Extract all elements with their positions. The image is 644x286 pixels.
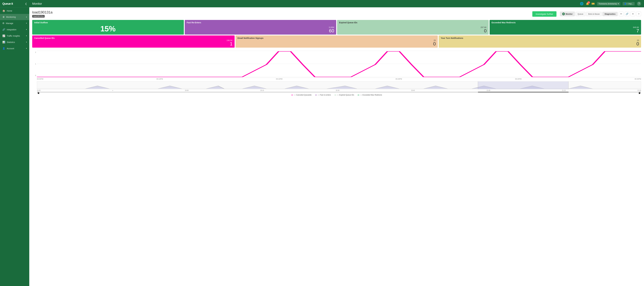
help-button[interactable]: ? [636, 12, 641, 16]
page-title: Monitor [32, 2, 42, 6]
metric-current-value: 0 [636, 42, 639, 46]
link-button[interactable]: 🔗 [625, 12, 629, 16]
metric-total: 297.8K [480, 26, 486, 29]
metric-values: 25 0 [238, 39, 436, 46]
scroll-right-arrow[interactable]: ▶ [639, 92, 641, 93]
main-area: Monitor 🌐 🔔 13 🎫 Ticketania (ticketania)… [29, 0, 644, 286]
tab-diagnostics[interactable]: Diagnostics [602, 12, 618, 16]
queue-info: load190131a load190131a [32, 10, 52, 18]
x-label-5: 09:25PM [515, 78, 522, 80]
monitor-dot: M [562, 13, 565, 15]
account-name: Ticketania (ticketania) [598, 3, 617, 5]
tab-bots-abuse[interactable]: Bots & Abuse [586, 12, 602, 16]
page-header-right: Investigate further M Monitor Queue Bots… [532, 11, 641, 17]
mini-x-4: 20:15 [260, 90, 264, 91]
top-header: Monitor 🌐 🔔 13 🎫 Ticketania (ticketania)… [29, 0, 644, 7]
chart-scrollbar[interactable]: ◀ ▶ [37, 92, 641, 93]
mini-chart-area [37, 81, 641, 89]
metric-values: 9.89M 60 [187, 26, 334, 33]
chevron-down-icon: ▾ [26, 22, 27, 24]
close-button[interactable]: ✕ [630, 12, 635, 16]
sidebar-item-statistics[interactable]: 📊 Statistics ▾ [0, 39, 29, 45]
logo-area: Queue·it ❮ [0, 0, 29, 8]
metric-total: 849.6K [633, 26, 639, 29]
main-chart-area: 0 1 2 09:05PM 09:10PM 09:15PM [32, 50, 641, 81]
metric-label: Cancelled Queue IDs [34, 37, 232, 39]
mini-x-1: 19:45 [37, 90, 40, 91]
metric-current-value: 0 [484, 29, 487, 33]
metric-label: Expired Queue IDs [339, 21, 487, 24]
user-icon: 👤 [2, 47, 5, 50]
sidebar-item-account[interactable]: 👤 Account ▾ [0, 45, 29, 52]
y-label-2: 2 [32, 52, 36, 53]
user-plus-icon: 👤+ [624, 3, 628, 5]
metric-values: 297.8K 0 [339, 26, 487, 33]
investigate-further-button[interactable]: Investigate further [532, 11, 556, 17]
metrics-row2: Cancelled Queue IDs 198.5K 1 Email Notif… [32, 36, 641, 48]
metric-email-notification-signups: Email Notification Signups 25 0 [236, 36, 438, 48]
metric-label: Your Turn Notifications [441, 37, 639, 39]
chevron-down-icon: ▾ [26, 29, 27, 31]
help-icon[interactable]: ? [637, 2, 641, 6]
mini-x-9: 21:30 [638, 90, 641, 91]
metric-values: 849.6K 7 [492, 26, 639, 33]
tab-queue[interactable]: Queue [575, 12, 586, 16]
tab-bots-label: Bots & Abuse [588, 13, 600, 15]
mini-x-6: 20:45 [411, 90, 415, 91]
chevron-down-icon: ▾ [26, 16, 27, 18]
metric-label: Initial Outflow [34, 21, 182, 24]
sidebar-item-label: Account [7, 47, 14, 50]
metric-total: 198.5K [226, 39, 232, 42]
metric-current-value: 60 [329, 29, 334, 33]
sidebar-item-label: Manage [6, 22, 13, 25]
page-header: load190131a load190131a Investigate furt… [32, 10, 641, 18]
x-label-6: 09:30PM [635, 78, 641, 80]
import-label: Imp... [628, 3, 633, 5]
metric-initial-outflow: Initial Outflow 15% [32, 20, 184, 35]
x-label-2: 09:10PM [156, 78, 163, 80]
metric-label: Exceeded Max Redirects [492, 21, 639, 24]
sidebar-item-home[interactable]: 🏠 Home [0, 8, 29, 14]
chart-canvas-wrapper: 09:05PM 09:10PM 09:15PM 09:20PM 09:25PM … [37, 50, 641, 81]
edit-button[interactable]: ✏ [619, 12, 624, 16]
queue-title: load190131a [32, 10, 52, 14]
y-label-0: 0 [32, 75, 36, 76]
metric-current-value: 7 [636, 29, 639, 33]
scrollbar-thumb[interactable] [478, 92, 568, 93]
sidebar-item-manage[interactable]: ⚙ Manage ▾ [0, 20, 29, 26]
metric-current-value: 15% [34, 24, 182, 33]
metric-current-value: 1 [230, 42, 232, 46]
x-label-3: 09:15PM [276, 78, 282, 80]
legend-label-cancelled: — Canceled Queueids [294, 94, 312, 96]
main-chart-svg [37, 50, 641, 78]
sidebar-item-traffic-insights[interactable]: 📈 Traffic Insights ▾ [0, 33, 29, 39]
import-button[interactable]: 👤+ Imp... [623, 2, 635, 6]
header-right: 🌐 🔔 13 🎫 Ticketania (ticketania) ▾ 👤+ Im… [580, 2, 641, 6]
chevron-down-icon: ▾ [26, 35, 27, 37]
account-button[interactable]: Ticketania (ticketania) ▾ [597, 2, 620, 6]
tab-actions: ✏ 🔗 ✕ ? [619, 12, 641, 16]
legend-label-exceeded: — Exceeded Max Redirects [360, 94, 382, 96]
metric-total: 9.89M [329, 26, 334, 29]
sidebar-item-integration[interactable]: 🔗 Integration ▾ [0, 26, 29, 33]
tab-monitor[interactable]: M Monitor [560, 12, 575, 16]
sidebar-collapse-button[interactable]: ❮ [25, 2, 27, 5]
legend-fast-re-enters: — Fast re-enters [315, 94, 331, 96]
sidebar-item-label: Traffic Insights [7, 35, 20, 37]
scroll-left-arrow[interactable]: ◀ [37, 92, 39, 93]
chart-y-axis: 0 1 2 [32, 52, 36, 76]
legend-dot-expired [334, 95, 336, 95]
mini-chart-x-axis: 19:45 ≡ 20:00 20:15 20:30 20:45 21:00 21… [37, 89, 641, 91]
mini-x-2: ≡ [112, 90, 113, 91]
gear-icon: ⚙ [2, 22, 4, 25]
notification-bell[interactable]: 🔔 13 [586, 2, 589, 5]
home-icon: 🏠 [2, 9, 5, 12]
ticket-icon: 🎫 [592, 2, 595, 5]
legend-label-fast: — Fast re-enters [318, 94, 331, 96]
sidebar-item-monitoring[interactable]: 🖥 Monitoring ▾ [0, 14, 29, 20]
chart-legend: — Canceled Queueids — Fast re-enters — E… [32, 94, 641, 96]
chevron-down-icon: ▾ [618, 3, 619, 5]
mini-chart-highlight[interactable] [478, 82, 568, 89]
globe-icon: 🌐 [580, 2, 584, 6]
chevron-down-icon: ▾ [26, 48, 27, 49]
